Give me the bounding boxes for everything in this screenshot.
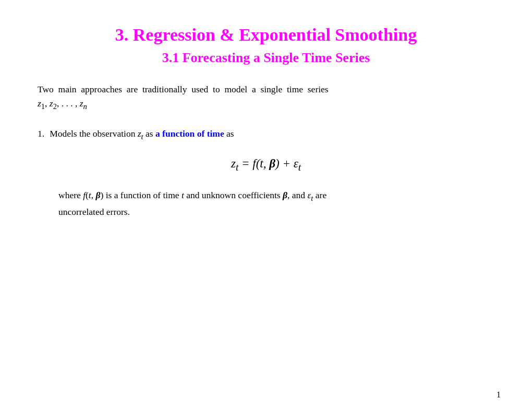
sub-title: 3.1 Forecasting a Single Time Series [38,50,494,66]
uncorrelated-errors: uncorrelated errors. [58,207,130,217]
highlight-function-of-time: a function of time [155,128,224,139]
where-text: where f(t, β) is a function of time t an… [58,190,327,200]
intro-text: Two main approaches are traditionally us… [38,84,329,94]
equation-block: zt = f(t, β) + εt [38,157,494,173]
list-number-1: 1. [38,127,44,142]
list-item-1-content: Models the observation zt as a function … [50,127,234,142]
intro-paragraph: Two main approaches are traditionally us… [38,82,494,112]
slide: 3. Regression & Exponential Smoothing 3.… [0,0,532,411]
series-notation: z1, z2, . . . , zn [38,98,87,108]
equation-display: zt = f(t, β) + εt [231,157,301,170]
page-number: 1 [497,390,501,400]
list-item-1: 1. Models the observation zt as a functi… [38,127,494,142]
where-block: where f(t, β) is a function of time t an… [58,188,494,219]
main-title: 3. Regression & Exponential Smoothing [38,25,494,45]
